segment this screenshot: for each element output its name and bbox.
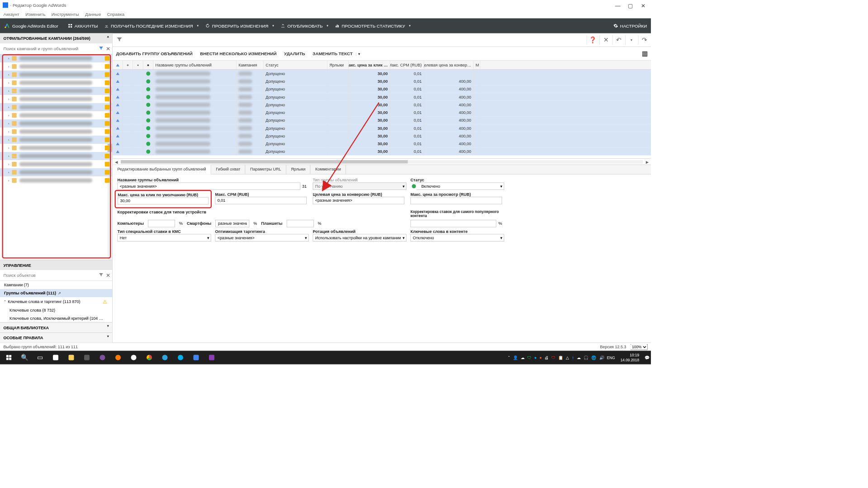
filter-icon[interactable] xyxy=(99,272,104,279)
task-view-icon[interactable]: ▭ xyxy=(33,351,47,365)
tab-edit[interactable]: Редактирование выбранных групп объявлени… xyxy=(113,165,211,175)
col-m[interactable]: М xyxy=(474,61,480,69)
max-cpm-input[interactable] xyxy=(215,197,307,204)
accounts-button[interactable]: АККАУНТЫ xyxy=(68,23,98,28)
check-changes-button[interactable]: ПРОВЕРИТЬ ИЗМЕНЕНИЯ xyxy=(205,23,275,28)
campaign-tree-item[interactable]: › xyxy=(0,79,112,87)
filter-icon[interactable] xyxy=(99,46,104,52)
max-cpc-input[interactable] xyxy=(118,197,209,205)
grid-row[interactable]: Допущено30,000,01400,00 xyxy=(113,77,651,85)
help-icon[interactable]: ❓ xyxy=(587,35,596,45)
tray-skype-icon[interactable]: ● xyxy=(534,355,536,360)
campaign-tree-item[interactable]: › xyxy=(0,54,112,62)
clear-search-icon[interactable]: ✕ xyxy=(106,46,110,52)
grid-row[interactable]: Допущено30,000,01400,00 xyxy=(113,132,651,140)
tab-url-params[interactable]: Параметры URL xyxy=(246,165,286,174)
tray-app-icon[interactable]: ● xyxy=(539,355,541,360)
campaign-tree-item[interactable]: › xyxy=(0,95,112,103)
notifications-icon[interactable]: 💬 xyxy=(645,355,650,360)
campaign-tree-item[interactable]: › xyxy=(0,111,112,119)
menu-edit[interactable]: Изменить xyxy=(25,12,45,17)
get-changes-button[interactable]: ПОЛУЧИТЬ ПОСЛЕДНИЕ ИЗМЕНЕНИЯ xyxy=(104,23,199,28)
clear-search-icon[interactable]: ✕ xyxy=(106,272,110,279)
tray-clipboard-icon[interactable]: 📋 xyxy=(558,355,563,360)
tray-printer-icon[interactable]: 🖨 xyxy=(545,355,549,360)
management-header[interactable]: УПРАВЛЕНИЕ xyxy=(0,260,112,270)
filter-icon[interactable] xyxy=(116,36,123,44)
col-labels[interactable]: Ярлыки xyxy=(327,61,349,69)
tray-language[interactable]: ENG xyxy=(607,355,615,360)
redo-icon[interactable]: ↷ xyxy=(638,35,648,45)
campaign-tree-item[interactable]: › xyxy=(0,87,112,95)
tray-chevron-up-icon[interactable]: ˄ xyxy=(508,355,510,360)
col-status-dot[interactable]: ● xyxy=(123,61,133,69)
close-button[interactable]: ✕ xyxy=(641,3,646,8)
zoom-select[interactable]: 100% xyxy=(631,344,648,350)
targeting-opt-select[interactable] xyxy=(215,234,309,242)
tray-bluetooth-icon[interactable]: ᚼ xyxy=(572,355,574,360)
col-comment[interactable]: ▪ xyxy=(133,61,143,69)
grid-row[interactable]: Допущено30,000,01400,00 xyxy=(113,116,651,124)
skype-icon[interactable] xyxy=(173,351,188,365)
special-rules-header[interactable]: ОСОБЫЕ ПРАВИЛА ˅ xyxy=(0,332,112,343)
add-group-button[interactable]: ДОБАВИТЬ ГРУППУ ОБЪЯВЛЕНИЙ xyxy=(116,51,193,56)
grid-row[interactable]: Допущено30,000,01400,00 xyxy=(113,93,651,101)
columns-menu-icon[interactable]: ▥ xyxy=(642,50,648,57)
grid-row[interactable]: Допущено30,000,01400,00 xyxy=(113,109,651,116)
chrome-icon[interactable] xyxy=(142,351,157,365)
obj-kw-targeting[interactable]: ˅ Ключевые слова и таргетинг (113 870)⚠ xyxy=(0,297,112,306)
max-view-input[interactable] xyxy=(411,197,503,204)
bulk-changes-button[interactable]: ВНЕСТИ НЕСКОЛЬКО ИЗМЕНЕНИЙ xyxy=(200,51,276,56)
tray-network-icon[interactable]: 🌐 xyxy=(591,355,596,360)
tray-onedrive-icon[interactable]: ☁ xyxy=(577,355,581,360)
tray-shield-icon[interactable]: 🛡 xyxy=(527,355,531,360)
adwords-editor-icon[interactable] xyxy=(189,351,204,365)
file-explorer-icon[interactable] xyxy=(64,351,79,365)
campaign-search-input[interactable] xyxy=(2,45,97,52)
tray-headphones-icon[interactable]: 🎧 xyxy=(583,355,588,360)
filtered-campaigns-header[interactable]: ОТФИЛЬТРОВАННЫЕ КАМПАНИИ (264/599) ˄ xyxy=(0,33,112,44)
grid-row[interactable]: Допущено30,000,01400,00 xyxy=(113,101,651,109)
close-filter-icon[interactable]: ✕ xyxy=(599,35,609,45)
computers-input[interactable] xyxy=(148,220,175,227)
obj-neg-keywords[interactable]: Ключевые слова, Исключаемый критерий (10… xyxy=(0,314,112,322)
kw-content-select[interactable] xyxy=(411,234,504,242)
delete-button[interactable]: УДАЛИТЬ xyxy=(284,51,305,56)
menu-tools[interactable]: Инструменты xyxy=(52,12,79,17)
tray-gdrive-icon[interactable]: △ xyxy=(566,355,569,360)
campaign-tree-item[interactable]: › xyxy=(0,168,112,176)
undo-dropdown-icon[interactable]: ▾ xyxy=(625,35,635,45)
shared-library-header[interactable]: ОБЩАЯ БИБЛИОТЕКА ˅ xyxy=(0,322,112,333)
campaign-tree-item[interactable]: › xyxy=(0,136,112,144)
viber-icon[interactable] xyxy=(95,351,110,365)
smartphones-input[interactable] xyxy=(215,220,249,227)
campaign-tree-item[interactable]: › xyxy=(0,176,112,185)
group-type-select[interactable] xyxy=(313,183,407,190)
grid-row[interactable]: Допущено30,000,01400,00 xyxy=(113,140,651,147)
undo-icon[interactable]: ↶ xyxy=(612,35,622,45)
telegram-icon[interactable] xyxy=(157,351,172,365)
ad-rotation-select[interactable] xyxy=(313,234,407,242)
group-name-input[interactable] xyxy=(118,183,300,190)
campaign-tree-item[interactable]: › xyxy=(0,62,112,71)
tab-comments[interactable]: Комментарии xyxy=(310,165,346,174)
col-max-cpc[interactable]: Макс. цена за клик … xyxy=(349,61,390,69)
system-tray[interactable]: ˄ 👤 ☁ 🛡 ● ● 🖨 🛡 📋 △ ᚼ ☁ 🎧 🌐 🔊 ENG 10:19 … xyxy=(508,353,650,362)
view-stats-button[interactable]: ПРОСМОТРЕТЬ СТАТИСТИКУ xyxy=(335,23,411,28)
campaign-tree-item[interactable]: › xyxy=(0,152,112,160)
objects-search-input[interactable] xyxy=(2,271,97,279)
publish-button[interactable]: ОПУБЛИКОВАТЬ xyxy=(280,23,328,28)
tab-labels[interactable]: Ярлыки xyxy=(286,165,311,174)
tablets-input[interactable] xyxy=(286,220,313,227)
campaign-tree-item[interactable]: › xyxy=(0,160,112,168)
menu-account[interactable]: Аккаунт xyxy=(4,12,19,17)
obj-adgroups[interactable]: Группы объявлений (111) ↗ xyxy=(0,289,112,297)
grid-horizontal-scrollbar[interactable]: ◄► xyxy=(113,158,651,165)
store-icon[interactable] xyxy=(80,351,95,365)
taskbar-clock[interactable]: 10:19 14.09.2018 xyxy=(618,353,642,362)
settings-button[interactable]: НАСТРОЙКИ xyxy=(613,23,647,28)
minimize-button[interactable]: — xyxy=(615,3,620,8)
firefox-icon[interactable] xyxy=(111,351,126,365)
tray-cloud-icon[interactable]: ☁ xyxy=(521,355,525,360)
col-status[interactable]: Статус xyxy=(264,61,327,69)
